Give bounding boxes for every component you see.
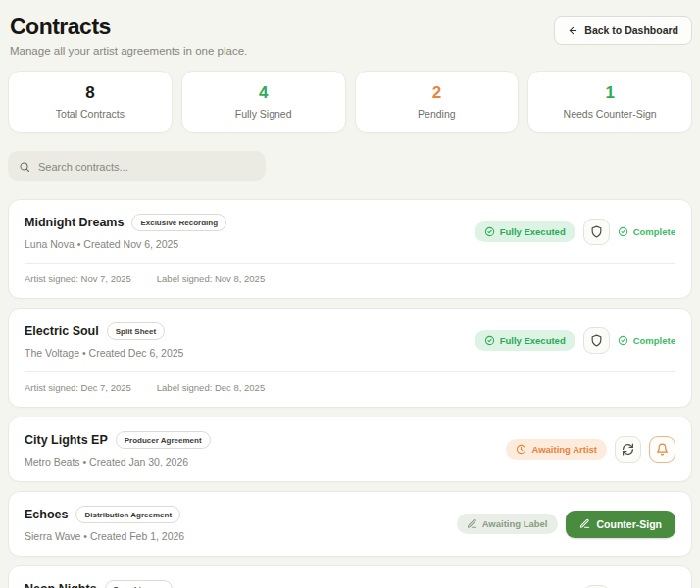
contract-title: Electric Soul bbox=[25, 324, 99, 338]
status-badge-label: Fully Executed bbox=[500, 226, 566, 237]
contracts-page: Contracts Manage all your artist agreeme… bbox=[0, 0, 700, 588]
page-header: Contracts Manage all your artist agreeme… bbox=[8, 10, 692, 71]
stat-value: 1 bbox=[536, 83, 683, 103]
signature-date: Artist signed: Dec 7, 2025 bbox=[25, 382, 131, 393]
status-badge: Awaiting Artist bbox=[506, 439, 607, 460]
shield-button[interactable] bbox=[583, 219, 610, 245]
stats-row: 8 Total Contracts 4 Fully Signed 2 Pendi… bbox=[8, 71, 692, 133]
status-badge: Fully Executed bbox=[475, 221, 575, 242]
check-circle-icon bbox=[484, 226, 495, 237]
stat-value: 8 bbox=[17, 83, 164, 103]
check-circle-icon bbox=[618, 335, 628, 346]
shield-icon bbox=[590, 334, 603, 347]
status-badge-label: Awaiting Artist bbox=[531, 444, 597, 455]
contract-meta: Sierra Wave • Created Feb 1, 2026 bbox=[25, 530, 184, 542]
contract-actions: Fully ExecutedComplete bbox=[475, 219, 675, 245]
contract-title: Midnight Dreams bbox=[25, 216, 124, 229]
contract-card: Echoes Distribution Agreement Sierra Wav… bbox=[8, 491, 692, 557]
contract-list: Midnight Dreams Exclusive Recording Luna… bbox=[8, 199, 692, 588]
back-to-dashboard-button[interactable]: Back to Dashboard bbox=[554, 16, 692, 45]
completion-status: Complete bbox=[618, 335, 675, 346]
completion-status: Complete bbox=[618, 226, 675, 237]
contract-type-badge: Exclusive Recording bbox=[131, 214, 226, 231]
contract-meta: The Voltage • Created Dec 6, 2025 bbox=[25, 347, 183, 359]
stat-value: 2 bbox=[364, 83, 511, 103]
status-badge: Fully Executed bbox=[475, 330, 575, 351]
status-badge-label: Awaiting Label bbox=[482, 518, 548, 529]
back-button-label: Back to Dashboard bbox=[584, 24, 678, 36]
arrow-left-icon bbox=[568, 25, 578, 36]
counter-sign-button[interactable]: Counter-Sign bbox=[566, 511, 676, 538]
button-label: Counter-Sign bbox=[597, 518, 663, 530]
pen-icon bbox=[579, 518, 590, 529]
contract-type-badge: Distribution Agreement bbox=[75, 506, 180, 523]
stat-card: 1 Needs Counter-Sign bbox=[527, 71, 692, 133]
contract-title: Echoes bbox=[25, 508, 68, 521]
contract-card: Electric Soul Split Sheet The Voltage • … bbox=[8, 308, 692, 408]
signature-date: Label signed: Dec 8, 2025 bbox=[157, 382, 265, 393]
contract-meta: Metro Beats • Created Jan 30, 2026 bbox=[25, 456, 211, 467]
search-icon bbox=[19, 161, 30, 172]
stat-label: Needs Counter-Sign bbox=[536, 108, 683, 120]
bell-button[interactable] bbox=[649, 436, 675, 463]
stat-label: Fully Signed bbox=[190, 108, 337, 120]
stat-label: Pending bbox=[364, 108, 511, 120]
signature-dates: Artist signed: Dec 7, 2025Label signed: … bbox=[25, 371, 675, 393]
status-badge-label: Fully Executed bbox=[500, 335, 566, 346]
shield-icon bbox=[590, 225, 603, 238]
search-section bbox=[8, 151, 692, 181]
status-badge: Awaiting Label bbox=[457, 514, 558, 534]
stat-card: 4 Fully Signed bbox=[181, 71, 346, 133]
contract-title: City Lights EP bbox=[25, 433, 108, 447]
signature-date: Artist signed: Nov 7, 2025 bbox=[25, 273, 131, 284]
contract-card: Midnight Dreams Exclusive Recording Luna… bbox=[8, 199, 692, 299]
contract-type-badge: Split Sheet bbox=[107, 322, 165, 340]
contract-card: Neon Nights Sync License Luna Nova • Cre… bbox=[8, 565, 692, 588]
stat-label: Total Contracts bbox=[17, 108, 164, 120]
signature-dates: Artist signed: Nov 7, 2025Label signed: … bbox=[25, 263, 675, 284]
page-subtitle: Manage all your artist agreements in one… bbox=[10, 45, 690, 57]
contract-actions: Awaiting Artist bbox=[506, 436, 675, 463]
contract-actions: Fully ExecutedComplete bbox=[475, 327, 675, 354]
bell-icon bbox=[656, 443, 669, 456]
stat-card: 2 Pending bbox=[355, 71, 520, 133]
check-circle-icon bbox=[618, 226, 628, 237]
pen-icon bbox=[467, 518, 477, 529]
contract-title: Neon Nights bbox=[25, 582, 97, 588]
contract-type-badge: Sync License bbox=[105, 580, 173, 588]
contract-actions: Awaiting LabelCounter-Sign bbox=[457, 511, 675, 538]
search-box[interactable] bbox=[8, 151, 266, 181]
check-circle-icon bbox=[484, 335, 495, 346]
contract-type-badge: Producer Agreement bbox=[116, 431, 211, 449]
search-input[interactable] bbox=[38, 161, 255, 172]
refresh-icon bbox=[622, 443, 634, 456]
stat-value: 4 bbox=[190, 83, 337, 103]
contract-meta: Luna Nova • Created Nov 6, 2025 bbox=[25, 238, 226, 250]
signature-date: Label signed: Nov 8, 2025 bbox=[157, 273, 265, 284]
completion-status-label: Complete bbox=[633, 226, 675, 237]
completion-status-label: Complete bbox=[633, 335, 675, 346]
shield-button[interactable] bbox=[583, 327, 610, 354]
clock-icon bbox=[516, 444, 526, 455]
refresh-button[interactable] bbox=[615, 436, 641, 463]
stat-card: 8 Total Contracts bbox=[8, 71, 173, 133]
contract-card: City Lights EP Producer Agreement Metro … bbox=[8, 416, 692, 482]
